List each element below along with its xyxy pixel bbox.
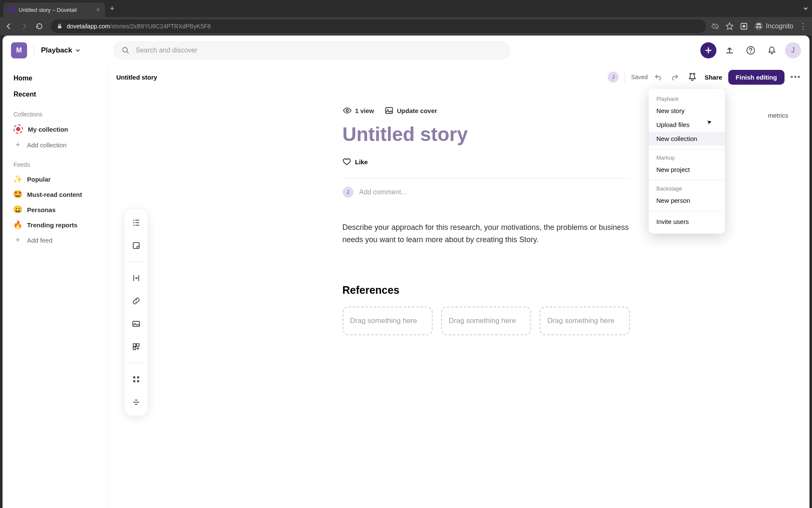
views-indicator[interactable]: 1 view <box>343 106 374 115</box>
sidebar-item-recent[interactable]: Recent <box>8 86 102 102</box>
back-button[interactable] <box>5 22 15 30</box>
toolbar-divider <box>130 262 143 262</box>
dropdown-divider <box>649 180 725 180</box>
star-eyes-icon: 🤩 <box>14 190 22 199</box>
dropdown-item-new-person[interactable]: New person <box>649 193 725 207</box>
toolbar-divider <box>130 363 143 363</box>
incognito-indicator[interactable]: Incognito <box>754 22 793 31</box>
url-input[interactable]: dovetailapp.com/stories/2xB9YU8C24PTRXdP… <box>51 19 706 33</box>
window-chevron-icon[interactable] <box>803 6 809 11</box>
comment-avatar: J <box>343 187 354 198</box>
browser-tab[interactable]: Untitled story – Dovetail × <box>3 3 105 17</box>
toolbar-note-button[interactable] <box>129 238 144 253</box>
dropdown-item-new-collection[interactable]: New collection <box>649 132 725 146</box>
reload-button[interactable] <box>36 22 46 30</box>
create-button[interactable] <box>700 42 716 58</box>
saved-status: Saved <box>631 74 648 80</box>
sidebar-section-collections: Collections <box>8 102 102 121</box>
dropdown-item-upload-files[interactable]: Upload files <box>649 118 725 132</box>
forward-button[interactable] <box>20 22 30 30</box>
fire-icon: 🔥 <box>14 221 22 229</box>
plus-icon: + <box>14 141 22 149</box>
reference-dropzone[interactable]: Drag something here <box>441 306 531 335</box>
breadcrumb-title[interactable]: Untitled story <box>116 74 157 81</box>
feed-label: Must-read content <box>27 191 82 198</box>
toolbar-media-button[interactable] <box>129 316 144 331</box>
reference-dropzone[interactable]: Drag something here <box>540 306 630 335</box>
toolbar-column-button[interactable] <box>129 271 144 286</box>
toolbar-divider-button[interactable] <box>129 395 144 410</box>
new-tab-button[interactable]: + <box>110 4 115 13</box>
dropdown-item-new-story[interactable]: New story <box>649 104 725 118</box>
toolbar-grid-button[interactable] <box>129 372 144 387</box>
extensions-icon[interactable] <box>740 22 748 30</box>
svg-rect-16 <box>133 380 135 382</box>
bell-icon <box>767 46 776 55</box>
insert-toolbar <box>125 209 148 416</box>
browser-menu-icon[interactable]: ⋮ <box>799 22 807 31</box>
add-collection-button[interactable]: + Add collection <box>8 137 102 153</box>
sidebar-feed-popular[interactable]: ✨ Popular <box>8 171 102 187</box>
update-cover-button[interactable]: Update cover <box>384 106 437 115</box>
lock-icon <box>57 23 63 29</box>
undo-button[interactable] <box>654 73 665 81</box>
story-title[interactable]: Untitled story <box>343 123 630 146</box>
sidebar-item-home[interactable]: Home <box>8 70 102 86</box>
dropdown-section-playback: Playback <box>649 94 725 104</box>
dropdown-item-invite-users[interactable]: Invite users <box>649 215 725 229</box>
dropdown-item-new-project[interactable]: New project <box>649 163 725 177</box>
reference-dropzone[interactable]: Drag something here <box>343 306 433 335</box>
divider <box>625 71 625 83</box>
sidebar: Home Recent Collections My collection + … <box>3 65 107 508</box>
comment-input[interactable]: J Add comment... <box>343 187 630 198</box>
add-collection-label: Add collection <box>27 141 66 149</box>
incognito-label: Incognito <box>766 22 793 30</box>
content-area: Untitled story J Saved Share Finish <box>107 65 809 508</box>
url-text: dovetailapp.com/stories/2xB9YU8C24PTRXdP… <box>67 23 211 30</box>
help-button[interactable] <box>743 42 759 58</box>
toolbar-outline-button[interactable] <box>129 215 144 230</box>
feed-label: Trending reports <box>27 221 77 229</box>
story-body: 1 view Update cover Untitled story Like <box>279 89 639 352</box>
close-tab-icon[interactable]: × <box>96 6 100 13</box>
finish-editing-button[interactable]: Finish editing <box>728 70 785 85</box>
star-icon[interactable] <box>725 22 734 30</box>
presence-avatar[interactable]: J <box>608 72 619 83</box>
smile-icon: 😀 <box>14 205 22 214</box>
sidebar-feed-mustread[interactable]: 🤩 Must-read content <box>8 187 102 202</box>
sparkle-icon: ✨ <box>14 175 22 183</box>
redo-button[interactable] <box>671 73 682 81</box>
story-description[interactable]: Describe your approach for this research… <box>343 221 630 246</box>
help-icon <box>746 46 755 55</box>
divider <box>343 178 630 178</box>
svg-rect-15 <box>137 376 139 378</box>
share-button[interactable]: Share <box>705 74 722 81</box>
sidebar-feed-trending[interactable]: 🔥 Trending reports <box>8 217 102 232</box>
notifications-button[interactable] <box>764 42 780 58</box>
workspace-avatar[interactable]: M <box>11 42 27 58</box>
sidebar-collection-item[interactable]: My collection <box>8 121 102 137</box>
metrics-link[interactable]: metrics <box>768 112 788 119</box>
like-label: Like <box>355 158 368 166</box>
more-actions-button[interactable]: ••• <box>790 73 801 82</box>
dropdown-divider <box>649 149 725 149</box>
favicon <box>8 6 15 13</box>
add-feed-button[interactable]: + Add feed <box>8 232 102 248</box>
toolbar-apps-button[interactable] <box>129 339 144 354</box>
search-input[interactable]: Search and discover <box>113 41 510 60</box>
like-button[interactable]: Like <box>343 157 630 166</box>
subscribe-button[interactable] <box>688 72 699 82</box>
sidebar-feed-personas[interactable]: 😀 Personas <box>8 202 102 217</box>
app-topbar: M Playback Search and discover J <box>3 36 809 65</box>
toolbar-link-button[interactable] <box>129 293 144 309</box>
svg-rect-9 <box>133 321 140 326</box>
workspace-picker[interactable]: Playback <box>41 46 81 55</box>
content-header: Untitled story J Saved Share Finish <box>108 65 809 89</box>
image-icon <box>384 106 394 115</box>
import-button[interactable] <box>721 42 738 58</box>
user-avatar[interactable]: J <box>785 42 801 58</box>
svg-rect-14 <box>133 376 135 378</box>
dropdown-section-markup: Markup <box>649 153 725 163</box>
eye-off-icon[interactable] <box>711 22 719 30</box>
browser-tab-strip: Untitled story – Dovetail × + <box>0 0 812 17</box>
